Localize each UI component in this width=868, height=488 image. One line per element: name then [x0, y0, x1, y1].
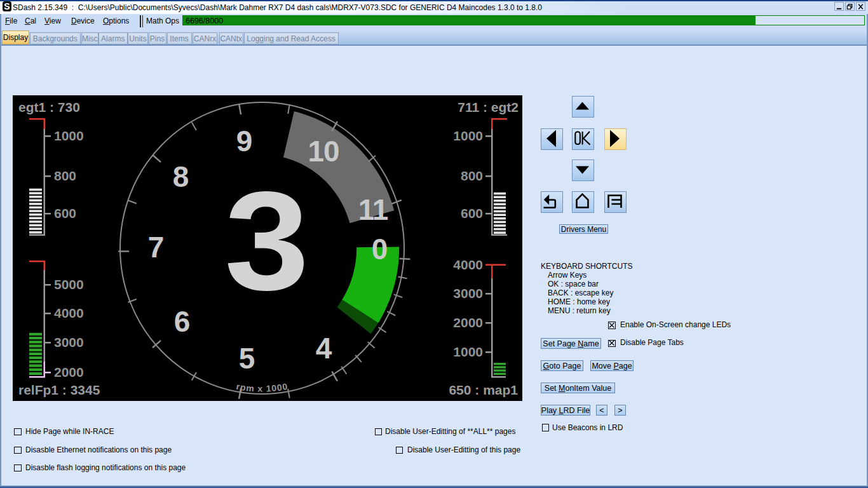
- svg-text:650 : map1: 650 : map1: [449, 383, 518, 397]
- svg-text:10: 10: [308, 135, 339, 168]
- svg-text:1000: 1000: [453, 344, 483, 359]
- svg-text:600: 600: [54, 206, 76, 220]
- svg-text:1000: 1000: [54, 128, 84, 143]
- svg-text:4: 4: [316, 332, 332, 365]
- svg-text:11: 11: [358, 193, 388, 226]
- svg-text:711 : egt2: 711 : egt2: [458, 100, 519, 114]
- svg-text:1000: 1000: [453, 128, 483, 143]
- svg-text:3000: 3000: [453, 286, 483, 301]
- svg-text:2000: 2000: [54, 365, 84, 379]
- svg-text:egt1 : 730: egt1 : 730: [18, 100, 80, 114]
- svg-text:4000: 4000: [54, 306, 84, 320]
- svg-text:5: 5: [239, 342, 255, 375]
- svg-text:relFp1 : 3345: relFp1 : 3345: [18, 383, 100, 397]
- svg-text:600: 600: [461, 206, 483, 220]
- svg-text:3: 3: [224, 163, 309, 320]
- svg-text:3000: 3000: [54, 335, 84, 349]
- svg-text:9: 9: [236, 125, 252, 158]
- svg-text:800: 800: [54, 168, 76, 183]
- svg-text:2000: 2000: [453, 315, 483, 330]
- svg-text:4000: 4000: [453, 257, 483, 272]
- svg-text:8: 8: [173, 160, 189, 193]
- svg-text:5000: 5000: [54, 277, 84, 292]
- svg-text:7: 7: [148, 231, 164, 264]
- svg-text:800: 800: [461, 168, 483, 183]
- svg-text:0: 0: [372, 233, 388, 266]
- svg-text:6: 6: [174, 305, 190, 338]
